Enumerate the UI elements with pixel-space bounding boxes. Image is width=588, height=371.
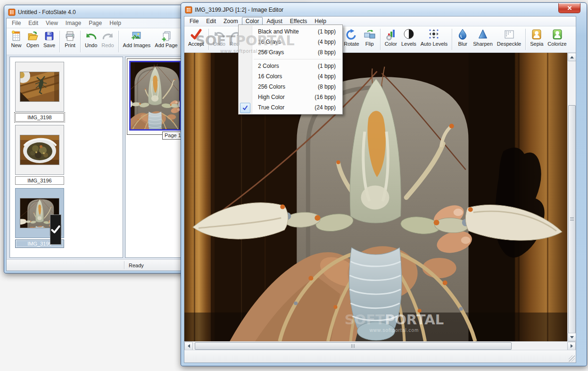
toolbar-separator [59, 31, 60, 52]
sepia-button[interactable]: Sepia [528, 27, 545, 51]
editor-undo-button[interactable]: Undo [211, 27, 227, 51]
fotoslate-menu-file[interactable]: File [8, 19, 25, 27]
toolbar-separator [80, 31, 81, 52]
scroll-left-button[interactable] [184, 342, 193, 350]
despeckle-button[interactable]: Despeckle [495, 27, 523, 51]
blur-droplet-icon [456, 28, 469, 41]
statusbar-divider [124, 261, 124, 269]
new-document-icon [10, 30, 22, 42]
add-images-button[interactable]: Add Images [121, 29, 153, 54]
vertical-scrollbar[interactable] [567, 53, 576, 341]
colorize-icon [551, 28, 563, 41]
thumbnail-label[interactable]: IMG_3198 [15, 113, 64, 122]
vertical-scroll-thumb[interactable] [568, 105, 576, 333]
fotoslate-menu-help[interactable]: Help [106, 19, 125, 27]
add-images-icon [131, 30, 142, 42]
sepia-icon [530, 28, 543, 41]
thumbnail-panel: IMG_3198 IMG_3196 [9, 57, 123, 258]
save-button[interactable]: Save [41, 29, 57, 54]
editor-menu-edit[interactable]: Edit [202, 17, 220, 25]
fotoslate-menu-page[interactable]: Page [85, 19, 106, 27]
thumbnail-photo[interactable] [15, 125, 64, 175]
auto-levels-icon [428, 28, 440, 41]
accept-check-icon [190, 28, 202, 41]
resize-grip[interactable] [569, 355, 575, 362]
editor-title: IMG_3199.JPG [1:2] - Image Editor [195, 7, 283, 13]
levels-icon [403, 28, 415, 41]
thumbnail-img-3199[interactable]: IMG_3199 [15, 188, 64, 248]
thumbnail-label[interactable]: IMG_3196 [15, 176, 64, 185]
sharpen-button[interactable]: Sharpen [471, 27, 495, 51]
horizontal-scrollbar[interactable] [184, 341, 576, 350]
scroll-down-button[interactable] [568, 333, 576, 341]
print-button[interactable]: Print [62, 29, 78, 54]
horizontal-scroll-thumb[interactable] [195, 342, 512, 350]
thumb-grip [351, 344, 355, 348]
menu-item-256-grays[interactable]: 256 Grays (8 bpp) [239, 47, 342, 58]
menu-item-16-colors[interactable]: 16 Colors (4 bpp) [239, 71, 342, 82]
undo-button[interactable]: Undo [83, 29, 99, 54]
printer-icon [64, 30, 76, 42]
toolbar-separator [380, 29, 381, 50]
editor-titlebar[interactable]: IMG_3199.JPG [1:2] - Image Editor [181, 3, 587, 16]
thumbnail-photo[interactable] [15, 188, 64, 238]
menu-item-16-grays[interactable]: 16 Grays (4 bpp) [239, 37, 342, 47]
redo-icon [102, 30, 114, 42]
levels-button[interactable]: Levels [399, 27, 418, 51]
thumbnail-img-3198[interactable]: IMG_3198 [15, 62, 64, 122]
scroll-up-button[interactable] [568, 53, 576, 61]
colorize-button[interactable]: Colorize [546, 27, 568, 51]
add-page-button[interactable]: Add Page [153, 29, 179, 54]
save-floppy-icon [43, 30, 55, 42]
arrow-up-icon [570, 54, 574, 58]
editor-app-icon [185, 6, 192, 14]
close-icon [567, 6, 572, 10]
color-menu-dropdown: Black and White (1 bpp) 16 Grays (4 bpp)… [238, 25, 343, 115]
despeckle-icon [503, 28, 515, 41]
thumb-grip [570, 217, 574, 221]
editor-menu-file[interactable]: File [186, 17, 202, 25]
arrow-left-icon [186, 344, 190, 348]
menu-item-256-colors[interactable]: 256 Colors (8 bpp) [239, 82, 342, 92]
menu-item-black-and-white[interactable]: Black and White (1 bpp) [239, 26, 342, 37]
toolbar-separator [118, 31, 119, 52]
checkmark-icon [240, 103, 250, 113]
menu-separator [254, 59, 341, 59]
rotate-icon [345, 28, 357, 41]
fotoslate-app-icon [8, 8, 16, 16]
add-page-icon [160, 30, 172, 42]
accept-button[interactable]: Accept [186, 27, 206, 51]
toolbar-separator [208, 29, 209, 50]
arrow-down-icon [570, 336, 574, 340]
fotoslate-menu-image[interactable]: Image [62, 19, 85, 27]
flip-button[interactable]: Flip [362, 27, 378, 51]
toolbar-separator [525, 29, 526, 50]
desktop: Untitled - FotoSlate 4.0 File Edit View … [0, 0, 588, 371]
rotate-button[interactable]: Rotate [342, 27, 361, 51]
open-button[interactable]: Open [25, 29, 41, 54]
fotoslate-menu-edit[interactable]: Edit [25, 19, 42, 27]
menu-item-2-colors[interactable]: 2 Colors (1 bpp) [239, 61, 342, 71]
blur-button[interactable]: Blur [455, 27, 471, 51]
editor-statusbar [184, 350, 576, 363]
undo-icon [213, 28, 225, 41]
redo-button[interactable]: Redo [99, 29, 116, 54]
open-folder-icon [27, 30, 39, 42]
new-button[interactable]: New [8, 29, 24, 54]
menu-item-true-color[interactable]: True Color (24 bpp) [239, 102, 342, 113]
sharpen-cone-icon [477, 28, 489, 41]
undo-icon [85, 30, 97, 42]
fotoslate-title: Untitled - FotoSlate 4.0 [18, 9, 76, 16]
scroll-right-button[interactable] [567, 342, 576, 350]
close-button[interactable] [558, 3, 580, 13]
fotoslate-menu-view[interactable]: View [42, 19, 62, 27]
page-photo-selected[interactable] [129, 61, 181, 131]
thumbnail-img-3196[interactable]: IMG_3196 [15, 125, 64, 185]
menu-item-high-color[interactable]: High Color (16 bpp) [239, 92, 342, 102]
auto-levels-button[interactable]: Auto Levels [419, 27, 449, 51]
page-sheet[interactable] [127, 58, 185, 135]
flip-icon [364, 28, 376, 41]
arrow-right-icon [571, 344, 575, 348]
thumbnail-photo[interactable] [15, 62, 64, 112]
color-button[interactable]: Color [383, 27, 399, 51]
